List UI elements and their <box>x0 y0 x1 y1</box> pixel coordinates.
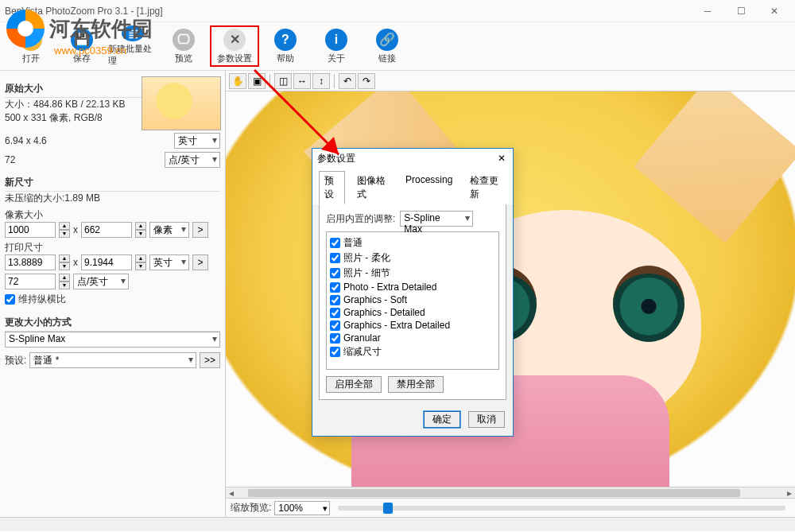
minimize-button[interactable]: ─ <box>692 3 723 19</box>
pw-down[interactable]: ▼ <box>59 262 70 270</box>
h-scrollbar[interactable]: ◂▸ <box>226 487 795 498</box>
print-dim-text: 6.94 x 4.6 <box>5 135 47 146</box>
preset-item-checkbox[interactable] <box>330 320 340 331</box>
dialog-title: 参数设置 <box>317 152 495 165</box>
print-height-input[interactable] <box>81 254 132 270</box>
link-icon: 🔗 <box>376 29 398 51</box>
about-label: 关于 <box>328 52 345 64</box>
height-input[interactable] <box>81 222 132 238</box>
preset-item-checkbox[interactable] <box>330 238 340 248</box>
preset-item-label: 照片 - 柔化 <box>343 251 390 265</box>
preview-label: 预览 <box>175 52 192 64</box>
preset-item[interactable]: Graphics - Soft <box>330 293 495 306</box>
width-input[interactable] <box>5 222 56 238</box>
preset-item[interactable]: Granular <box>330 332 495 344</box>
keep-ratio-checkbox[interactable] <box>5 294 15 305</box>
print-width-input[interactable] <box>5 254 56 270</box>
info-icon: i <box>325 29 347 51</box>
ok-button[interactable]: 确定 <box>424 411 460 428</box>
disable-all-button[interactable]: 禁用全部 <box>388 376 444 393</box>
preset-more[interactable]: >> <box>200 352 220 368</box>
ph-up[interactable]: ▲ <box>135 254 146 262</box>
zoom-label: 缩放预览: <box>231 501 271 515</box>
preset-item[interactable]: Graphics - Detailed <box>330 306 495 319</box>
width-up[interactable]: ▲ <box>59 222 70 230</box>
print-size-label: 打印尺寸 <box>5 241 220 254</box>
pixel-unit-select[interactable]: 像素 <box>149 222 189 238</box>
zoom-slider[interactable] <box>338 506 785 511</box>
settings-label: 参数设置 <box>217 52 252 64</box>
print-unit-select[interactable]: 英寸 <box>149 254 189 270</box>
preset-item[interactable]: Graphics - Extra Detailed <box>330 319 495 332</box>
crop-tool[interactable]: ◫ <box>274 73 292 89</box>
new-dpi-unit-select[interactable]: 点/英寸 <box>73 274 129 289</box>
preset-item-checkbox[interactable] <box>330 347 340 357</box>
close-button[interactable]: ✕ <box>758 3 790 19</box>
preset-select[interactable]: 普通 * <box>29 352 196 368</box>
dpi-text: 72 <box>5 154 15 165</box>
apply-pixel-size[interactable]: > <box>192 222 208 238</box>
preset-item-checkbox[interactable] <box>330 253 340 263</box>
builtin-select[interactable]: S-Spline Max <box>400 211 473 227</box>
preset-item[interactable]: Photo - Extra Detailed <box>330 281 495 293</box>
method-select[interactable]: S-Spline Max <box>5 332 220 348</box>
preset-item-checkbox[interactable] <box>330 308 340 318</box>
marquee-tool[interactable]: ▣ <box>248 73 266 89</box>
thumbnail[interactable] <box>142 76 221 130</box>
preset-item-label: 照片 - 细节 <box>343 266 390 280</box>
link-button[interactable]: 🔗 链接 <box>363 25 412 67</box>
preset-item[interactable]: 照片 - 细节 <box>330 266 495 281</box>
canvas-toolbar: ✋ ▣ ◫ ↔ ↕ ↶ ↷ <box>226 71 795 91</box>
hand-tool[interactable]: ✋ <box>229 73 246 89</box>
preset-item-label: Photo - Extra Detailed <box>343 282 436 293</box>
dialog-close-button[interactable]: ✕ <box>495 153 508 164</box>
orig-dpi-unit-select[interactable]: 点/英寸 <box>165 152 220 168</box>
resize-method-header: 更改大小的方式 <box>5 314 220 332</box>
tab-processing[interactable]: Processing <box>400 171 458 204</box>
enable-all-button[interactable]: 启用全部 <box>326 376 382 393</box>
tab-presets[interactable]: 预设 <box>319 171 345 204</box>
width-down[interactable]: ▼ <box>59 230 70 238</box>
dpi-down[interactable]: ▼ <box>59 282 70 289</box>
builtin-label: 启用内置的调整: <box>326 212 395 226</box>
preset-item-label: Graphics - Extra Detailed <box>343 320 450 331</box>
flip-h-tool[interactable]: ↔ <box>293 73 311 89</box>
cancel-button[interactable]: 取消 <box>468 411 505 428</box>
flip-v-tool[interactable]: ↕ <box>312 73 330 89</box>
height-down[interactable]: ▼ <box>135 230 146 238</box>
preset-label: 预设: <box>5 354 26 367</box>
preset-item-checkbox[interactable] <box>330 295 340 305</box>
preset-item[interactable]: 照片 - 柔化 <box>330 250 495 266</box>
open-label: 打开 <box>22 52 40 64</box>
ph-down[interactable]: ▼ <box>135 262 146 270</box>
about-button[interactable]: i 关于 <box>312 25 361 67</box>
zoom-select[interactable]: 100% <box>274 501 330 515</box>
redo-button[interactable]: ↷ <box>358 73 375 89</box>
height-up[interactable]: ▲ <box>135 222 146 230</box>
help-icon: ? <box>274 29 297 51</box>
dpi-up[interactable]: ▲ <box>59 274 70 282</box>
preset-item-label: Graphics - Detailed <box>343 307 425 318</box>
preview-icon: 🖵 <box>173 29 195 51</box>
preset-item-checkbox[interactable] <box>330 282 340 293</box>
settings-icon: ✕ <box>223 29 246 51</box>
help-button[interactable]: ? 帮助 <box>261 25 310 67</box>
tab-format[interactable]: 图像格式 <box>351 171 394 204</box>
apply-print-size[interactable]: > <box>192 254 208 270</box>
preset-item-label: Granular <box>343 332 381 344</box>
preview-button[interactable]: 🖵 预览 <box>159 25 208 67</box>
uncompressed-text: 未压缩的大小:1.89 MB <box>5 192 220 205</box>
settings-button[interactable]: ✕ 参数设置 <box>210 25 259 67</box>
preset-item-checkbox[interactable] <box>330 268 340 278</box>
watermark: 河东软件园 <box>6 10 153 48</box>
watermark-url: www.pc0359.cn <box>54 45 126 56</box>
orig-print-unit-select[interactable]: 英寸 <box>174 133 220 149</box>
preset-item-checkbox[interactable] <box>330 333 340 344</box>
tab-update[interactable]: 检查更新 <box>464 171 506 204</box>
preset-item[interactable]: 普通 <box>330 235 495 250</box>
new-dpi-input[interactable] <box>5 274 56 289</box>
preset-item[interactable]: 缩减尺寸 <box>330 344 495 359</box>
maximize-button[interactable]: ☐ <box>725 3 757 19</box>
pw-up[interactable]: ▲ <box>59 254 70 262</box>
undo-button[interactable]: ↶ <box>339 73 356 89</box>
